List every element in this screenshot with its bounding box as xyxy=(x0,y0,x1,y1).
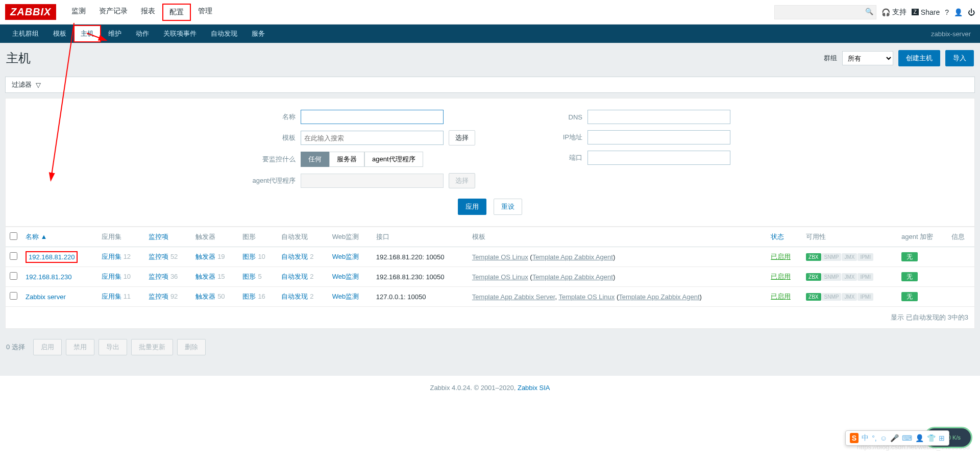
table-footer: 显示 已自动发现的 3中的3 xyxy=(6,307,974,328)
filter-monitor-proxy[interactable]: agent代理程序 xyxy=(364,152,423,167)
nav-configuration[interactable]: 配置 xyxy=(162,4,191,21)
avail-badge-zbx: ZBX xyxy=(806,253,821,261)
graphs-link[interactable]: 图形 xyxy=(242,293,256,300)
template-sub-link[interactable]: Template App Zabbix Agent xyxy=(619,293,699,301)
col-templates: 模板 xyxy=(468,227,767,247)
graphs-link[interactable]: 图形 xyxy=(242,273,256,280)
filter-port-input[interactable] xyxy=(587,151,730,165)
filter-ip-label: IP地址 xyxy=(536,133,582,142)
support-link[interactable]: 🎧 支持 xyxy=(881,8,906,17)
template-link[interactable]: Template OS Linux xyxy=(472,273,528,281)
bulk-disable-button: 禁用 xyxy=(66,339,94,355)
filter-name-input[interactable] xyxy=(301,110,444,124)
filter-apply-button[interactable]: 应用 xyxy=(458,199,486,215)
items-link[interactable]: 监控项 xyxy=(149,293,168,300)
subnav-services[interactable]: 服务 xyxy=(244,25,272,42)
col-encryption: agent 加密 xyxy=(897,227,947,247)
help-icon[interactable]: ? xyxy=(945,8,949,16)
select-all-checkbox[interactable] xyxy=(10,232,17,240)
filter-template-select-button[interactable]: 选择 xyxy=(449,130,475,145)
triggers-link[interactable]: 触发器 xyxy=(195,253,215,260)
subnav-correlation[interactable]: 关联项事件 xyxy=(156,25,204,42)
discovery-link[interactable]: 自动发现 xyxy=(281,293,308,300)
col-apps: 应用集 xyxy=(97,227,144,247)
nav-inventory[interactable]: 资产记录 xyxy=(93,4,134,21)
col-discovery: 自动发现 xyxy=(277,227,328,247)
logout-icon[interactable]: ⏻ xyxy=(968,8,975,16)
subnav-hosts[interactable]: 主机 xyxy=(74,25,101,42)
avail-badge-snmp: SNMP xyxy=(822,273,842,281)
host-link[interactable]: 192.168.81.220 xyxy=(29,253,75,261)
template-sub-link[interactable]: Template App Zabbix Agent xyxy=(532,253,613,261)
triggers-link[interactable]: 触发器 xyxy=(195,293,215,300)
graphs-link[interactable]: 图形 xyxy=(242,253,256,260)
table-row: 192.168.81.230 应用集10 监控项36 触发器15 图形5 自动发… xyxy=(6,267,974,287)
apps-link[interactable]: 应用集 xyxy=(102,293,121,300)
top-nav: 监测 资产记录 报表 配置 管理 xyxy=(65,4,218,21)
filter-name-label: 名称 xyxy=(250,112,296,122)
subnav-discovery[interactable]: 自动发现 xyxy=(204,25,244,42)
user-icon[interactable]: 👤 xyxy=(954,8,963,16)
web-link[interactable]: Web监测 xyxy=(332,293,359,300)
items-link[interactable]: 监控项 xyxy=(149,273,168,280)
filter-reset-button[interactable]: 重设 xyxy=(494,199,522,215)
template-sub-link[interactable]: Template App Zabbix Agent xyxy=(532,273,613,281)
template-link[interactable]: Template OS Linux xyxy=(558,293,615,301)
apps-link[interactable]: 应用集 xyxy=(102,253,121,260)
subnav-maintenance[interactable]: 维护 xyxy=(101,25,129,42)
row-checkbox[interactable] xyxy=(10,252,17,260)
avail-badge-ipmi: IPMI xyxy=(857,253,873,261)
status-link[interactable]: 已启用 xyxy=(771,293,791,300)
avail-badge-jmx: JMX xyxy=(842,253,857,261)
subnav-templates[interactable]: 模板 xyxy=(46,25,74,42)
filter-agent-input xyxy=(301,174,444,188)
server-name: zabbix-server xyxy=(931,30,975,38)
group-select[interactable]: 所有 xyxy=(842,51,893,65)
items-link[interactable]: 监控项 xyxy=(149,253,168,260)
global-search: 🔍 xyxy=(774,5,876,19)
create-host-button[interactable]: 创建主机 xyxy=(898,50,940,66)
filter-template-input[interactable] xyxy=(301,131,444,145)
nav-monitoring[interactable]: 监测 xyxy=(65,4,92,21)
triggers-link[interactable]: 触发器 xyxy=(195,273,215,280)
col-availability: 可用性 xyxy=(802,227,897,247)
row-checkbox[interactable] xyxy=(10,292,17,300)
search-icon[interactable]: 🔍 xyxy=(865,8,873,15)
row-checkbox[interactable] xyxy=(10,272,17,280)
subnav-hostgroups[interactable]: 主机群组 xyxy=(5,25,46,42)
status-link[interactable]: 已启用 xyxy=(771,253,791,260)
filter-monitor-any[interactable]: 任何 xyxy=(301,152,329,167)
col-name[interactable]: 名称 ▲ xyxy=(21,227,97,247)
encrypt-badge: 无 xyxy=(901,272,918,281)
logo[interactable]: ZABBIX xyxy=(5,4,56,20)
search-input[interactable] xyxy=(774,5,876,19)
web-link[interactable]: Web监测 xyxy=(332,273,359,280)
subnav-actions[interactable]: 动作 xyxy=(129,25,156,42)
filter-ip-input[interactable] xyxy=(587,130,730,144)
host-link[interactable]: Zabbix server xyxy=(26,293,66,301)
filter-dns-input[interactable] xyxy=(587,110,730,124)
discovery-link[interactable]: 自动发现 xyxy=(281,273,308,280)
filter-toggle[interactable]: 过滤器 ▽ xyxy=(5,77,975,93)
avail-badge-snmp: SNMP xyxy=(822,253,842,261)
col-status[interactable]: 状态 xyxy=(767,227,802,247)
status-link[interactable]: 已启用 xyxy=(771,273,791,280)
col-items[interactable]: 监控项 xyxy=(144,227,191,247)
apps-link[interactable]: 应用集 xyxy=(102,273,121,280)
col-web: Web监测 xyxy=(328,227,372,247)
web-link[interactable]: Web监测 xyxy=(332,253,359,260)
footer-link[interactable]: Zabbix SIA xyxy=(518,384,550,392)
filter-monitor-server[interactable]: 服务器 xyxy=(329,152,364,167)
template-link[interactable]: Template App Zabbix Server xyxy=(472,293,555,301)
nav-reports[interactable]: 报表 xyxy=(135,4,161,21)
bulk-massupdate-button: 批量更新 xyxy=(131,339,173,355)
import-button[interactable]: 导入 xyxy=(945,50,974,66)
share-link[interactable]: Z Share xyxy=(912,8,940,16)
host-link[interactable]: 192.168.81.230 xyxy=(26,273,71,281)
nav-admin[interactable]: 管理 xyxy=(192,4,218,21)
template-link[interactable]: Template OS Linux xyxy=(472,253,528,261)
filter-dns-label: DNS xyxy=(536,113,582,121)
filter-agent-select-button: 选择 xyxy=(449,173,475,188)
avail-badge-zbx: ZBX xyxy=(806,293,821,301)
discovery-link[interactable]: 自动发现 xyxy=(281,253,308,260)
